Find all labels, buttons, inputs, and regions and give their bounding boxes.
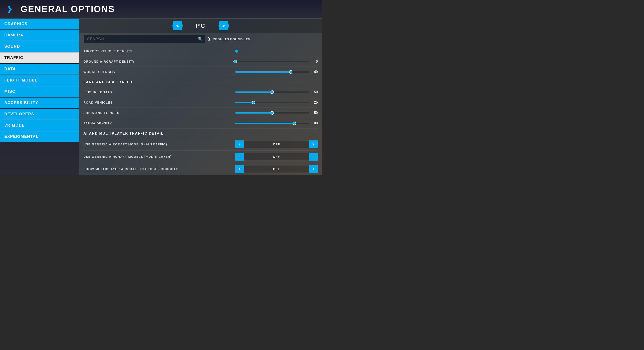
setting-row-show-multiplayer-proximity: SHOW MULTIPLAYER AIRCRAFT IN CLOSE PROXI… (84, 163, 318, 175)
setting-row-road-vehicles: ROAD VEHICLES25 (84, 97, 318, 108)
setting-row-leisure-boats: LEISURE BOATS50 (84, 87, 318, 97)
slider-value-ground-aircraft-density: 0 (311, 60, 318, 64)
setting-row-ships-and-ferries: SHIPS AND FERRIES50 (84, 108, 318, 118)
slider-value-fauna-density: 80 (311, 121, 318, 125)
setting-control-ships-and-ferries: 50 (235, 111, 318, 115)
setting-control-road-vehicles: 25 (235, 100, 318, 104)
setting-label-leisure-boats: LEISURE BOATS (84, 90, 235, 94)
slider-ground-aircraft-density[interactable]: 0 (235, 60, 318, 64)
sidebar-item-flight-model[interactable]: FLIGHT MODEL (0, 75, 79, 86)
results-count: 29 (246, 37, 250, 41)
section-header-ai-multiplayer: AI AND MULTIPLAYER TRAFFIC DETAIL (84, 128, 318, 138)
setting-control-ground-aircraft-density: 0 (235, 60, 318, 64)
dot-control-airport-vehicle-density (235, 50, 240, 53)
results-arrow-icon: ❯ (208, 37, 211, 42)
setting-control-airport-vehicle-density (235, 50, 318, 53)
platform-prev-button[interactable]: < (172, 21, 183, 30)
setting-row-use-generic-multiplayer: USE GENERIC AIRCRAFT MODELS (MULTIPLAYER… (84, 150, 318, 163)
slider-ships-and-ferries[interactable]: 50 (235, 111, 318, 115)
selector-next-use-generic-multiplayer[interactable]: > (309, 153, 318, 160)
selector-value-use-generic-multiplayer: OFF (244, 153, 309, 160)
slider-fill-ships-and-ferries (235, 112, 272, 114)
content-area: < PC > 🔍 ❯ RESULTS FOUND: 29 AIRPORT VEH… (79, 19, 322, 175)
setting-label-use-generic-multiplayer: USE GENERIC AIRCRAFT MODELS (MULTIPLAYER… (84, 155, 235, 158)
selector-next-use-generic-ai[interactable]: > (309, 140, 318, 148)
search-bar: 🔍 ❯ RESULTS FOUND: 29 (79, 33, 322, 46)
selector-value-use-generic-ai: OFF (244, 141, 309, 148)
setting-label-ships-and-ferries: SHIPS AND FERRIES (84, 111, 235, 115)
slider-thumb-leisure-boats[interactable] (270, 90, 274, 94)
results-found: ❯ RESULTS FOUND: 29 (208, 37, 250, 42)
slider-track-ships-and-ferries (235, 112, 309, 114)
slider-leisure-boats[interactable]: 50 (235, 90, 318, 94)
results-label: RESULTS FOUND: (213, 37, 244, 41)
slider-thumb-fauna-density[interactable] (293, 122, 296, 125)
slider-track-fauna-density (235, 123, 309, 124)
setting-control-worker-density: 40 (235, 70, 318, 74)
setting-row-use-generic-ai: USE GENERIC AIRCRAFT MODELS (AI TRAFFIC)… (84, 138, 318, 150)
sidebar-item-developers[interactable]: DEVELOPERS (0, 109, 79, 120)
setting-label-worker-density: WORKER DENSITY (84, 70, 235, 74)
slider-thumb-road-vehicles[interactable] (252, 101, 255, 104)
slider-fill-fauna-density (235, 123, 294, 124)
sidebar-item-experimental[interactable]: EXPERIMENTAL (0, 131, 79, 142)
sidebar-item-traffic[interactable]: TRAFFIC (0, 52, 79, 63)
sidebar: GRAPHICSCAMERASOUNDTRAFFICDATAFLIGHT MOD… (0, 19, 79, 175)
sidebar-item-accessibility[interactable]: ACCESSIBILITY (0, 98, 79, 108)
header: ❯ | GENERAL OPTIONS (0, 0, 322, 19)
sidebar-item-data[interactable]: DATA (0, 64, 79, 74)
slider-value-road-vehicles: 25 (311, 100, 318, 104)
slider-fill-road-vehicles (235, 102, 254, 103)
sidebar-item-sound[interactable]: SOUND (0, 41, 79, 52)
slider-value-worker-density: 40 (311, 70, 318, 74)
setting-row-worker-density: WORKER DENSITY40 (84, 67, 318, 77)
selector-prev-use-generic-ai[interactable]: < (235, 140, 244, 148)
slider-thumb-ships-and-ferries[interactable] (270, 111, 274, 115)
slider-fauna-density[interactable]: 80 (235, 121, 318, 125)
setting-label-use-generic-ai: USE GENERIC AIRCRAFT MODELS (AI TRAFFIC) (84, 142, 235, 146)
setting-label-road-vehicles: ROAD VEHICLES (84, 101, 235, 104)
sidebar-item-misc[interactable]: MISC (0, 86, 79, 97)
slider-road-vehicles[interactable]: 25 (235, 100, 318, 104)
slider-fill-worker-density (235, 71, 291, 72)
setting-row-fauna-density: FAUNA DENSITY80 (84, 118, 318, 128)
setting-row-airport-vehicle-density: AIRPORT VEHICLE DENSITY (84, 46, 318, 56)
setting-control-use-generic-multiplayer: <OFF> (235, 153, 318, 160)
setting-control-fauna-density: 80 (235, 121, 318, 125)
slider-track-ground-aircraft-density (235, 61, 309, 62)
selector-next-show-multiplayer-proximity[interactable]: > (309, 165, 318, 173)
setting-control-leisure-boats: 50 (235, 90, 318, 94)
slider-track-worker-density (235, 71, 309, 72)
sidebar-item-graphics[interactable]: GRAPHICS (0, 19, 79, 30)
slider-thumb-worker-density[interactable] (289, 70, 292, 74)
slider-value-ships-and-ferries: 50 (311, 111, 318, 115)
section-header-land-sea-traffic: LAND AND SEA TRAFFIC (84, 77, 318, 86)
setting-label-fauna-density: FAUNA DENSITY (84, 122, 235, 125)
platform-next-button[interactable]: > (218, 21, 229, 30)
selector-use-generic-ai: <OFF> (235, 140, 318, 148)
main-layout: GRAPHICSCAMERASOUNDTRAFFICDATAFLIGHT MOD… (0, 19, 322, 175)
slider-track-leisure-boats (235, 92, 309, 93)
slider-track-road-vehicles (235, 102, 309, 103)
sidebar-item-camera[interactable]: CAMERA (0, 30, 79, 41)
sidebar-item-vr-mode[interactable]: VR MODE (0, 120, 79, 131)
header-divider: | (15, 4, 17, 14)
search-input-wrap: 🔍 (84, 35, 205, 43)
setting-label-ground-aircraft-density: GROUND AIRCRAFT DENSITY (84, 60, 235, 63)
dot-airport-vehicle-density (235, 50, 238, 53)
selector-prev-show-multiplayer-proximity[interactable]: < (235, 165, 244, 173)
selector-value-show-multiplayer-proximity: OFF (244, 166, 309, 172)
setting-control-use-generic-ai: <OFF> (235, 140, 318, 148)
search-input[interactable] (84, 35, 205, 43)
settings-list: AIRPORT VEHICLE DENSITYGROUND AIRCRAFT D… (79, 46, 322, 175)
setting-label-show-multiplayer-proximity: SHOW MULTIPLAYER AIRCRAFT IN CLOSE PROXI… (84, 167, 235, 171)
selector-prev-use-generic-multiplayer[interactable]: < (235, 153, 244, 160)
search-icon: 🔍 (198, 37, 203, 42)
slider-worker-density[interactable]: 40 (235, 70, 318, 74)
platform-selector: < PC > (79, 19, 322, 33)
header-chevron-icon: ❯ (6, 5, 12, 13)
setting-control-show-multiplayer-proximity: <OFF> (235, 165, 318, 173)
page-title: GENERAL OPTIONS (20, 4, 115, 14)
slider-thumb-ground-aircraft-density[interactable] (234, 60, 237, 63)
slider-fill-leisure-boats (235, 92, 272, 93)
